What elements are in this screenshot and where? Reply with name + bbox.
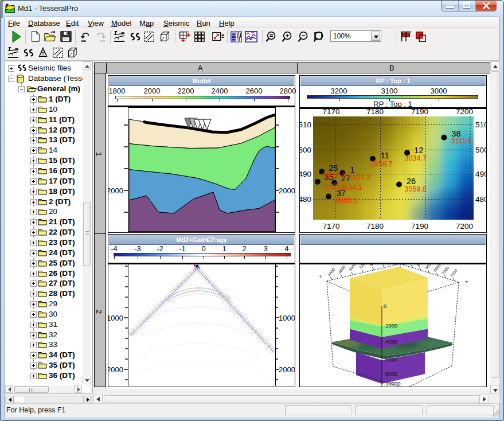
svg-text:6400: 6400 (416, 264, 425, 267)
svg-text:5200: 5200 (358, 264, 367, 270)
svg-text:500: 500 (300, 146, 311, 154)
svg-text:2927.4: 2927.4 (323, 172, 345, 180)
svg-text:3005.1: 3005.1 (335, 197, 357, 205)
svg-text:1000: 1000 (279, 314, 295, 322)
svg-text:7000: 7000 (441, 266, 450, 275)
svg-text:2000: 2000 (279, 365, 295, 374)
svg-text:1000: 1000 (108, 314, 123, 322)
svg-text:2927.2: 2927.2 (349, 174, 370, 182)
svg-text:x: x (318, 274, 323, 279)
svg-text:7170: 7170 (322, 222, 339, 231)
svg-text:-4000: -4000 (384, 338, 397, 345)
svg-text:7190: 7190 (411, 109, 428, 116)
svg-text:-8000: -8000 (384, 371, 397, 377)
svg-text:7190: 7190 (411, 222, 428, 231)
svg-text:6200: 6200 (408, 264, 416, 265)
svg-text:4600: 4600 (327, 267, 335, 277)
svg-text:7200: 7200 (456, 222, 473, 231)
svg-text:2934.1: 2934.1 (341, 184, 362, 192)
svg-text:x: x (464, 279, 470, 284)
svg-text:6800: 6800 (433, 264, 442, 272)
svg-text:5400: 5400 (369, 264, 378, 267)
svg-text:7200: 7200 (450, 268, 458, 278)
svg-text:510: 510 (475, 120, 486, 129)
svg-text:2000: 2000 (279, 186, 295, 195)
svg-text:11: 11 (381, 151, 389, 160)
svg-text:3034.7: 3034.7 (405, 154, 427, 162)
svg-text:7180: 7180 (366, 109, 384, 116)
svg-text:500: 500 (475, 146, 486, 154)
svg-text:2956.7: 2956.7 (370, 160, 392, 168)
svg-text:2000: 2000 (108, 365, 123, 374)
svg-text:1: 1 (350, 165, 355, 174)
svg-text:25: 25 (329, 163, 338, 173)
svg-text:26: 26 (407, 177, 416, 186)
svg-text:490: 490 (300, 170, 311, 178)
svg-text:6600: 6600 (424, 264, 433, 270)
svg-text:490: 490 (475, 170, 486, 178)
svg-text:4800: 4800 (338, 265, 346, 275)
svg-text:3059.8: 3059.8 (405, 185, 427, 193)
svg-text:480: 480 (300, 195, 311, 204)
svg-text:12: 12 (414, 146, 423, 155)
svg-text:7200: 7200 (456, 109, 473, 116)
svg-text:480: 480 (475, 195, 486, 204)
svg-text:2000: 2000 (108, 186, 123, 195)
svg-text:5000: 5000 (348, 264, 357, 272)
svg-text:-2000: -2000 (384, 322, 397, 329)
svg-text:3111.6: 3111.6 (451, 137, 472, 145)
svg-text:-6000: -6000 (384, 356, 397, 362)
svg-text:510: 510 (300, 120, 311, 129)
svg-text:7170: 7170 (322, 109, 339, 116)
svg-text:7180: 7180 (366, 222, 384, 231)
svg-text:-10000: -10000 (384, 380, 401, 387)
svg-text:0: 0 (384, 303, 386, 309)
